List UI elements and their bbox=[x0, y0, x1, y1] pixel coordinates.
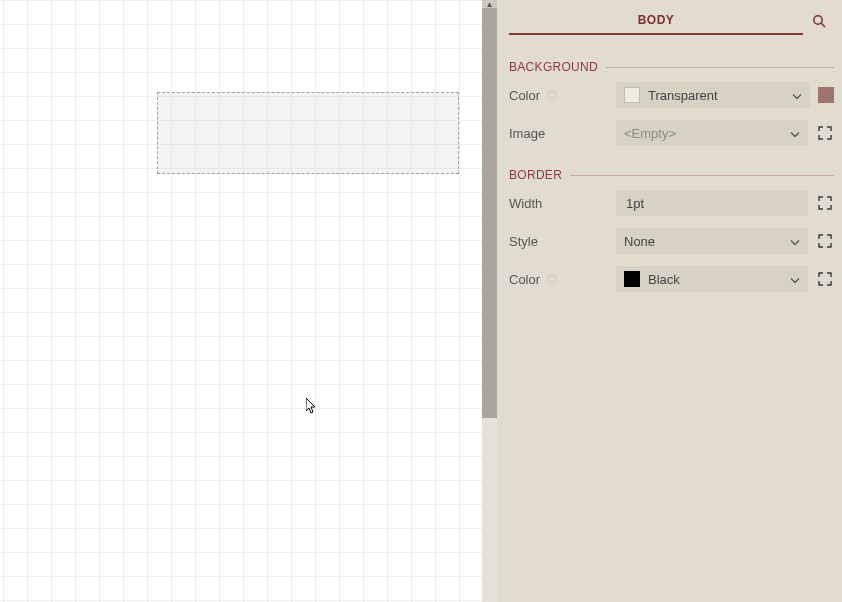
expand-border-color-button[interactable] bbox=[816, 270, 834, 288]
section-header-border: BORDER bbox=[509, 168, 834, 182]
label-border-width: Width bbox=[509, 196, 616, 211]
row-border-style: Style None bbox=[509, 228, 834, 254]
selected-element[interactable] bbox=[157, 92, 459, 174]
border-width-input[interactable]: 1pt bbox=[616, 190, 808, 216]
row-background-image: Image <Empty> bbox=[509, 120, 834, 146]
expand-icon bbox=[818, 234, 832, 248]
select-value: None bbox=[624, 234, 655, 249]
expand-style-button[interactable] bbox=[816, 232, 834, 250]
section-divider bbox=[606, 67, 834, 68]
clear-background-color-button[interactable] bbox=[818, 87, 834, 103]
border-style-select[interactable]: None bbox=[616, 228, 808, 254]
design-canvas[interactable]: ▲ bbox=[0, 0, 497, 602]
input-value: 1pt bbox=[626, 196, 644, 211]
chevron-down-icon bbox=[790, 234, 800, 249]
database-icon bbox=[546, 89, 558, 101]
expand-icon bbox=[818, 196, 832, 210]
search-button[interactable] bbox=[808, 10, 830, 32]
expand-icon bbox=[818, 126, 832, 140]
select-value: Black bbox=[648, 272, 680, 287]
expand-width-button[interactable] bbox=[816, 194, 834, 212]
svg-point-0 bbox=[813, 15, 821, 23]
border-color-select[interactable]: Black bbox=[616, 266, 808, 292]
row-background-color: Color Transparent bbox=[509, 82, 834, 108]
database-icon bbox=[546, 273, 558, 285]
properties-panel: BODY BACKGROUND Color Transparent bbox=[497, 0, 842, 602]
scroll-up-button[interactable]: ▲ bbox=[482, 0, 497, 8]
section-divider bbox=[570, 175, 834, 176]
expand-icon bbox=[818, 272, 832, 286]
section-header-background: BACKGROUND bbox=[509, 60, 834, 74]
label-background-image: Image bbox=[509, 126, 616, 141]
section-title: BACKGROUND bbox=[509, 60, 598, 74]
panel-tabs: BODY bbox=[509, 10, 834, 38]
expand-image-button[interactable] bbox=[816, 124, 834, 142]
svg-line-1 bbox=[821, 23, 825, 27]
color-swatch-black bbox=[624, 271, 640, 287]
svg-point-2 bbox=[548, 91, 556, 94]
chevron-down-icon bbox=[790, 272, 800, 287]
row-border-color: Color Black bbox=[509, 266, 834, 292]
label-border-style: Style bbox=[509, 234, 616, 249]
chevron-down-icon bbox=[792, 88, 802, 103]
row-border-width: Width 1pt bbox=[509, 190, 834, 216]
background-image-select[interactable]: <Empty> bbox=[616, 120, 808, 146]
select-placeholder: <Empty> bbox=[624, 126, 676, 141]
canvas-grid bbox=[0, 0, 482, 602]
label-border-color: Color bbox=[509, 272, 616, 287]
background-color-select[interactable]: Transparent bbox=[616, 82, 810, 108]
scrollbar-thumb[interactable] bbox=[482, 8, 497, 418]
select-value: Transparent bbox=[648, 88, 718, 103]
section-title: BORDER bbox=[509, 168, 562, 182]
chevron-down-icon bbox=[790, 126, 800, 141]
svg-point-3 bbox=[548, 275, 556, 278]
tab-body[interactable]: BODY bbox=[509, 13, 803, 35]
label-background-color: Color bbox=[509, 88, 616, 103]
color-swatch-transparent bbox=[624, 87, 640, 103]
search-icon bbox=[812, 14, 827, 29]
vertical-scrollbar-track[interactable]: ▲ bbox=[482, 0, 497, 602]
